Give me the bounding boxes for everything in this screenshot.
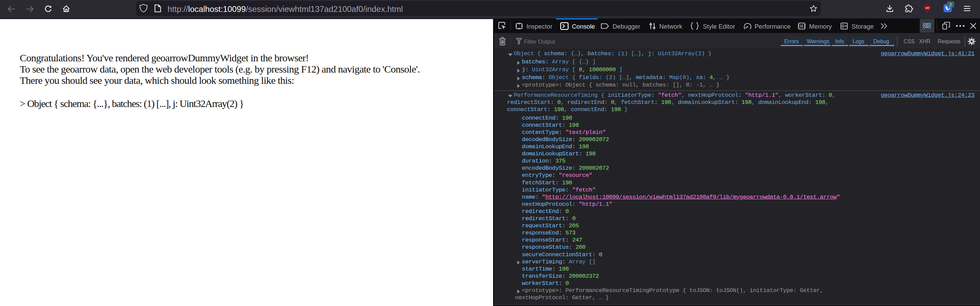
svg-text:uO: uO xyxy=(926,6,930,10)
svg-text:2: 2 xyxy=(949,2,952,8)
